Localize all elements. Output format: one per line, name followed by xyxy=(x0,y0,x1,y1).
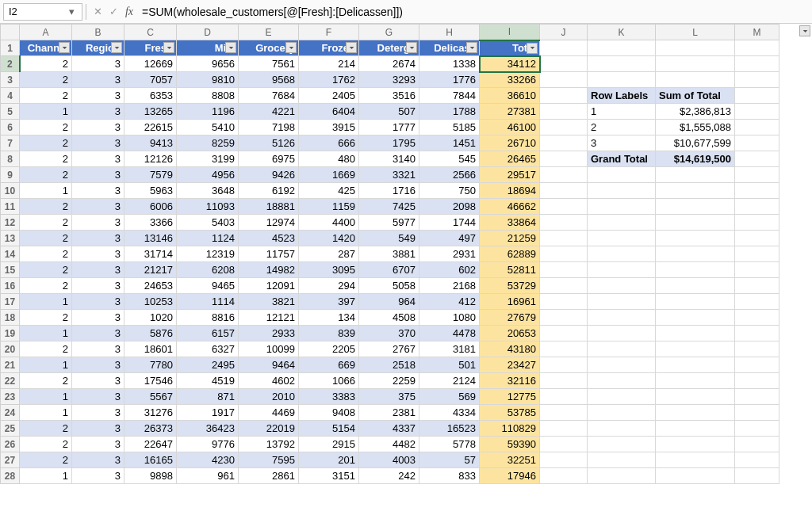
data-cell[interactable]: 32251 xyxy=(480,452,540,468)
fresh-filter-button[interactable] xyxy=(163,42,174,53)
data-cell[interactable]: 32116 xyxy=(480,373,540,389)
cell[interactable] xyxy=(540,373,588,389)
data-cell[interactable]: 4003 xyxy=(359,452,419,468)
cell[interactable] xyxy=(656,357,735,373)
cell[interactable] xyxy=(735,231,779,246)
cell[interactable] xyxy=(540,56,588,72)
data-cell[interactable]: 3881 xyxy=(359,246,419,262)
cell[interactable] xyxy=(735,151,779,167)
data-cell[interactable]: 17546 xyxy=(124,373,177,389)
cell[interactable] xyxy=(588,215,656,231)
data-cell[interactable]: 1762 xyxy=(299,72,359,88)
data-cell[interactable]: 287 xyxy=(299,246,359,262)
data-cell[interactable]: 110829 xyxy=(480,421,540,437)
data-cell[interactable]: 9426 xyxy=(239,167,299,183)
cancel-formula-button[interactable]: ✕ xyxy=(90,4,105,20)
column-header-D[interactable]: D xyxy=(177,25,239,40)
data-cell[interactable]: 27679 xyxy=(480,310,540,326)
data-cell[interactable]: 9656 xyxy=(177,56,239,72)
channel-filter-button[interactable] xyxy=(59,42,70,53)
cell[interactable] xyxy=(735,357,779,373)
data-cell[interactable]: 12319 xyxy=(177,246,239,262)
data-cell[interactable]: 1 xyxy=(20,468,72,484)
pivot-row-label[interactable]: 1 xyxy=(588,104,656,120)
row-header-26[interactable]: 26 xyxy=(1,437,20,452)
data-cell[interactable]: 1716 xyxy=(359,183,419,199)
data-cell[interactable]: 11093 xyxy=(177,199,239,215)
cell[interactable] xyxy=(735,389,779,405)
data-cell[interactable]: 4334 xyxy=(419,405,480,421)
data-cell[interactable]: 2674 xyxy=(359,56,419,72)
data-cell[interactable]: 12121 xyxy=(239,310,299,326)
data-cell[interactable]: 29517 xyxy=(480,167,540,183)
cell[interactable] xyxy=(656,278,735,294)
data-cell[interactable]: 36423 xyxy=(177,421,239,437)
data-cell[interactable]: 839 xyxy=(299,326,359,341)
delicass-filter-button[interactable] xyxy=(466,42,477,53)
data-cell[interactable]: 3199 xyxy=(177,151,239,167)
data-cell[interactable]: 1788 xyxy=(419,104,480,120)
cell[interactable] xyxy=(588,373,656,389)
cell[interactable] xyxy=(735,167,779,183)
data-cell[interactable]: 2 xyxy=(20,421,72,437)
cell[interactable] xyxy=(735,310,779,326)
data-cell[interactable]: 2 xyxy=(20,231,72,246)
data-cell[interactable]: 31276 xyxy=(124,405,177,421)
table-header-deterge[interactable]: Deterge xyxy=(359,40,419,56)
cell[interactable] xyxy=(735,373,779,389)
cell[interactable] xyxy=(735,452,779,468)
pivot-row-value[interactable]: $2,386,813 xyxy=(656,104,735,120)
cell[interactable] xyxy=(588,167,656,183)
cell[interactable] xyxy=(540,310,588,326)
data-cell[interactable]: 3821 xyxy=(239,294,299,310)
data-cell[interactable]: 9413 xyxy=(124,135,177,151)
table-header-delicass[interactable]: Delicass xyxy=(419,40,480,56)
cell[interactable] xyxy=(656,373,735,389)
cell[interactable] xyxy=(588,183,656,199)
table-header-frozen[interactable]: Frozen xyxy=(299,40,359,56)
data-cell[interactable]: 961 xyxy=(177,468,239,484)
data-cell[interactable]: 12775 xyxy=(480,389,540,405)
data-cell[interactable]: 6192 xyxy=(239,183,299,199)
cell[interactable] xyxy=(540,421,588,437)
row-header-21[interactable]: 21 xyxy=(1,357,20,373)
row-header-13[interactable]: 13 xyxy=(1,231,20,246)
name-box-dropdown[interactable]: ▾ xyxy=(66,6,77,17)
cell[interactable] xyxy=(540,40,588,56)
data-cell[interactable]: 2259 xyxy=(359,373,419,389)
data-cell[interactable]: 3 xyxy=(72,104,124,120)
cell[interactable] xyxy=(540,262,588,278)
data-cell[interactable]: 5403 xyxy=(177,215,239,231)
row-header-20[interactable]: 20 xyxy=(1,341,20,357)
cell[interactable] xyxy=(588,421,656,437)
data-cell[interactable]: 4602 xyxy=(239,373,299,389)
cell[interactable] xyxy=(588,452,656,468)
data-cell[interactable]: 294 xyxy=(299,278,359,294)
cell[interactable] xyxy=(540,389,588,405)
cell[interactable] xyxy=(588,199,656,215)
data-cell[interactable]: 134 xyxy=(299,310,359,326)
data-cell[interactable]: 33266 xyxy=(480,72,540,88)
cell[interactable] xyxy=(540,88,588,104)
data-cell[interactable]: 3366 xyxy=(124,215,177,231)
data-cell[interactable]: 31714 xyxy=(124,246,177,262)
data-cell[interactable]: 2205 xyxy=(299,341,359,357)
cell[interactable] xyxy=(735,88,779,104)
pivot-header-sumtotal[interactable]: Sum of Total xyxy=(656,88,735,104)
data-cell[interactable]: 34112 xyxy=(480,56,540,72)
row-header-23[interactable]: 23 xyxy=(1,389,20,405)
row-header-27[interactable]: 27 xyxy=(1,452,20,468)
data-cell[interactable]: 375 xyxy=(359,389,419,405)
data-cell[interactable]: 22647 xyxy=(124,437,177,452)
row-header-7[interactable]: 7 xyxy=(1,135,20,151)
data-cell[interactable]: 7579 xyxy=(124,167,177,183)
row-header-1[interactable]: 1 xyxy=(1,40,20,56)
data-cell[interactable]: 27381 xyxy=(480,104,540,120)
data-cell[interactable]: 6975 xyxy=(239,151,299,167)
cell[interactable] xyxy=(656,40,735,56)
data-cell[interactable]: 397 xyxy=(299,294,359,310)
deterge-filter-button[interactable] xyxy=(406,42,417,53)
data-cell[interactable]: 9464 xyxy=(239,357,299,373)
cell[interactable] xyxy=(656,56,735,72)
pivot-row-label[interactable]: 2 xyxy=(588,120,656,135)
